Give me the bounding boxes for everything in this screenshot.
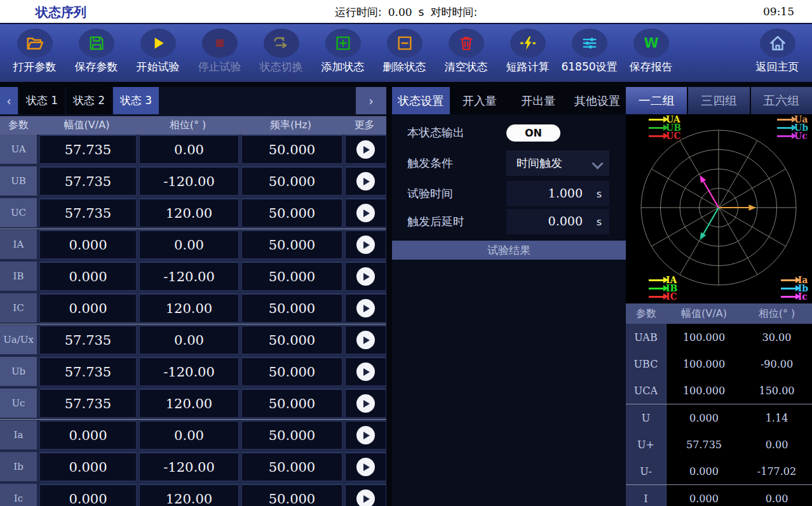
derived-phase: 0.00 [741, 493, 812, 505]
state-output-toggle[interactable]: ON [506, 124, 560, 142]
more-play-button[interactable] [356, 267, 375, 286]
channel-amp-cell[interactable]: 57.735 [39, 198, 137, 227]
more-cell [345, 389, 386, 418]
channel-phase-cell[interactable]: -120.00 [139, 357, 239, 386]
toolbar-item-del-state[interactable]: 删除状态 [374, 24, 435, 82]
more-play-button[interactable] [356, 489, 375, 506]
channel-phase-cell[interactable]: -120.00 [139, 452, 239, 481]
toolbar-item-home[interactable]: 返回主页 [747, 24, 808, 82]
tab-settings-0[interactable]: 状态设置 [392, 87, 450, 114]
test-time-input[interactable]: 1.000s [506, 181, 609, 206]
tab-state-3[interactable]: 状态 3 [113, 87, 159, 114]
more-play-button[interactable] [356, 299, 375, 317]
channel-amp-cell[interactable]: 57.735 [39, 357, 137, 386]
channel-phase-cell[interactable]: 120.00 [139, 293, 239, 323]
channel-freq-cell[interactable]: 50.000 [241, 262, 342, 291]
channel-freq-cell[interactable]: 50.000 [241, 135, 342, 164]
test-time-unit: s [597, 188, 602, 200]
legend-arrowhead-icon [792, 116, 797, 123]
channel-phase-cell[interactable]: 0.00 [139, 325, 239, 354]
home-icon [760, 29, 795, 58]
toolbar-item-stop-test[interactable]: 停止试验 [189, 24, 250, 82]
more-play-button[interactable] [356, 363, 375, 381]
next-state-arrow[interactable]: › [356, 87, 386, 114]
channel-freq-cell[interactable]: 50.000 [241, 325, 342, 354]
prev-state-arrow[interactable]: ‹ [0, 87, 18, 114]
channel-freq-cell[interactable]: 50.000 [241, 198, 342, 227]
more-play-button[interactable] [356, 394, 375, 413]
legend-arrow-icon [649, 296, 664, 298]
channel-amp-cell[interactable]: 0.000 [39, 420, 137, 449]
start-test-icon [140, 29, 176, 58]
channel-phase-cell[interactable]: 0.00 [139, 135, 239, 164]
toolbar-item-open-params[interactable]: 打开参数 [4, 24, 65, 82]
toolbar-item-switch-state[interactable]: 状态切换 [250, 24, 312, 82]
channel-amp-cell[interactable]: 0.000 [39, 452, 137, 481]
tab-group-2[interactable]: 五六组 [751, 87, 812, 114]
toolbar-item-iec61850[interactable]: 61850设置 [558, 24, 620, 82]
tab-group-0[interactable]: 一二组 [626, 87, 687, 114]
add-state-icon [325, 29, 361, 58]
toolbar-item-clear-state[interactable]: 清空状态 [435, 24, 497, 82]
channel-phase-cell[interactable]: 0.00 [139, 420, 239, 449]
toolbar-item-short-calc[interactable]: 短路计算 [497, 24, 558, 82]
table-row: Ub57.735-120.0050.000 [0, 357, 386, 386]
column-header: 幅值(V/A) [37, 119, 137, 132]
channel-amp-cell[interactable]: 0.000 [39, 262, 137, 291]
channel-freq-cell[interactable]: 50.000 [241, 420, 342, 449]
channel-freq-cell[interactable]: 50.000 [241, 357, 342, 386]
channel-phase-cell[interactable]: 120.00 [139, 198, 239, 227]
channel-amp-cell[interactable]: 57.735 [39, 389, 137, 418]
toolbar-item-start-test[interactable]: 开始试验 [127, 24, 189, 82]
channel-label: Ua/Ux [0, 325, 37, 354]
toolbar-item-save-params[interactable]: 保存参数 [65, 24, 127, 82]
derived-phase: -177.02 [741, 465, 812, 477]
derived-label: I [626, 485, 667, 506]
table-row: UAB100.00030.00 [626, 324, 812, 350]
channel-phase-cell[interactable]: 0.00 [139, 230, 239, 259]
channel-freq-cell[interactable]: 50.000 [241, 166, 342, 196]
toolbar-item-add-state[interactable]: 添加状态 [312, 24, 374, 82]
channel-freq-cell[interactable]: 50.000 [241, 389, 342, 418]
more-play-button[interactable] [356, 331, 375, 349]
table-row: Ia0.0000.0050.000 [0, 420, 386, 449]
channel-amp-cell[interactable]: 0.000 [39, 293, 137, 323]
trigger-cond-select[interactable]: 时间触发 [506, 150, 609, 176]
play-icon [363, 368, 370, 376]
more-play-button[interactable] [356, 426, 375, 444]
channel-phase-cell[interactable]: -120.00 [139, 262, 239, 291]
toolbar-item-save-report[interactable]: W保存报告 [620, 24, 682, 82]
toolbar-label-add-state: 添加状态 [312, 60, 374, 74]
channel-freq-cell[interactable]: 50.000 [241, 293, 342, 323]
group-tab-bar: 一二组三四组五六组 [626, 87, 812, 114]
channel-label: IB [0, 262, 37, 291]
channel-amp-cell[interactable]: 0.000 [39, 230, 137, 259]
channel-freq-cell[interactable]: 50.000 [241, 484, 342, 506]
trigger-delay-input[interactable]: 0.000s [506, 209, 609, 234]
more-play-button[interactable] [356, 140, 375, 159]
more-play-button[interactable] [356, 204, 375, 222]
tab-state-1[interactable]: 状态 1 [19, 87, 65, 114]
channel-amp-cell[interactable]: 57.735 [39, 135, 137, 164]
more-play-button[interactable] [356, 458, 375, 476]
tab-settings-1[interactable]: 开入量 [451, 87, 509, 114]
legend-arrowhead-icon [663, 133, 668, 139]
channel-phase-cell[interactable]: -120.00 [139, 166, 239, 196]
channel-freq-cell[interactable]: 50.000 [241, 452, 342, 481]
content: ‹状态 1状态 2状态 3› 参数幅值(V/A)相位(° )频率(Hz)更多 U… [0, 82, 812, 506]
tab-settings-3[interactable]: 其他设置 [569, 87, 626, 114]
tab-group-1[interactable]: 三四组 [688, 87, 749, 114]
field-trigger-delay: 0.000s [506, 209, 609, 234]
more-cell [345, 230, 386, 259]
more-play-button[interactable] [356, 236, 375, 254]
derived-phase: -90.00 [741, 358, 812, 370]
channel-amp-cell[interactable]: 57.735 [39, 166, 137, 196]
channel-amp-cell[interactable]: 57.735 [39, 325, 137, 354]
more-play-button[interactable] [356, 172, 375, 190]
channel-phase-cell[interactable]: 120.00 [139, 389, 239, 418]
channel-phase-cell[interactable]: 120.00 [139, 484, 239, 506]
tab-settings-2[interactable]: 开出量 [510, 87, 567, 114]
channel-freq-cell[interactable]: 50.000 [241, 230, 342, 259]
channel-amp-cell[interactable]: 0.000 [39, 484, 137, 506]
tab-state-2[interactable]: 状态 2 [66, 87, 112, 114]
